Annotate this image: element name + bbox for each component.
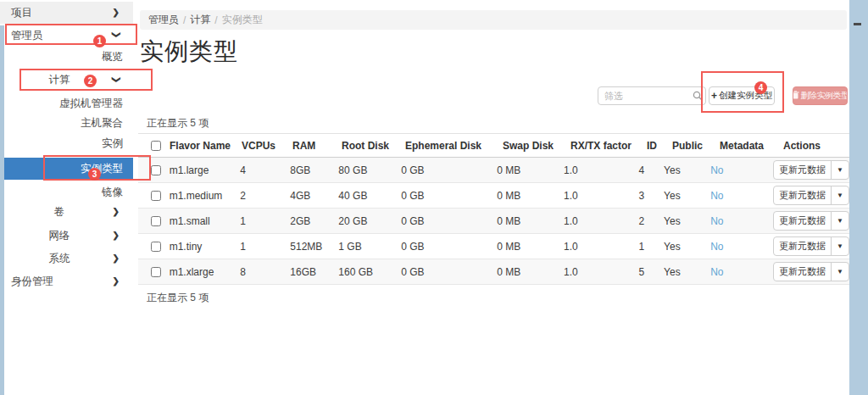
- row-checkbox[interactable]: [151, 165, 161, 175]
- table-row: m1.small 1 2GB 20 GB 0 GB 0 MB 1.0 2 Yes…: [138, 209, 849, 234]
- update-metadata-button[interactable]: 更新元数据: [774, 263, 832, 281]
- col-id: ID: [647, 140, 672, 152]
- sidebar-item-admin[interactable]: 管理员 ❯: [0, 25, 133, 46]
- table-row: m1.xlarge 8 16GB 160 GB 0 GB 0 MB 1.0 5 …: [138, 259, 849, 285]
- sidebar-item-network[interactable]: 网络 ❯: [0, 227, 133, 244]
- row-action-split-button: 更新元数据 ▼: [773, 262, 849, 281]
- metadata-link[interactable]: No: [710, 215, 723, 227]
- sidebar-item-label: 网络: [0, 229, 119, 243]
- ram-cell: 8GB: [290, 164, 338, 176]
- swap-disk-cell: 0 MB: [497, 190, 564, 202]
- chevron-right-icon: ❯: [113, 231, 120, 240]
- row-checkbox[interactable]: [151, 216, 161, 226]
- ephemeral-disk-cell: 0 GB: [401, 266, 497, 278]
- sidebar-item-project[interactable]: 项目 ❯: [0, 2, 133, 24]
- flavor-name-cell: m1.large: [170, 164, 241, 176]
- col-swap-disk: Swap Disk: [503, 140, 570, 152]
- sidebar-item-label: 主机聚合: [0, 116, 133, 131]
- sidebar-item-images[interactable]: 镜像: [0, 184, 133, 201]
- vcpus-cell: 4: [240, 164, 290, 176]
- metadata-link[interactable]: No: [710, 241, 723, 253]
- create-flavor-label: 创建实例类型: [719, 90, 772, 102]
- create-flavor-button[interactable]: + 创建实例类型: [709, 86, 775, 105]
- root-disk-cell: 20 GB: [338, 215, 401, 227]
- update-metadata-button[interactable]: 更新元数据: [774, 212, 832, 230]
- sidebar-item-volumes[interactable]: 卷 ❯: [0, 203, 133, 220]
- public-cell: Yes: [664, 241, 710, 253]
- sidebar-item-label: 实例类型: [0, 162, 133, 176]
- public-cell: Yes: [664, 266, 710, 278]
- metadata-link[interactable]: No: [710, 190, 723, 202]
- sidebar-item-label: 项目: [0, 6, 32, 20]
- sidebar-item-label: 实例: [0, 136, 133, 151]
- breadcrumb-separator: /: [183, 14, 186, 26]
- filter-input[interactable]: [598, 88, 690, 103]
- sidebar-item-label: 卷: [0, 205, 119, 220]
- update-metadata-button[interactable]: 更新元数据: [774, 161, 832, 179]
- ephemeral-disk-cell: 0 GB: [401, 241, 497, 253]
- items-count-bottom: 正在显示 5 项: [147, 291, 209, 305]
- metadata-link[interactable]: No: [710, 164, 723, 176]
- sidebar-item-hypervisors[interactable]: 虚拟机管理器: [0, 95, 133, 112]
- rxtx-factor-cell: 1.0: [564, 164, 639, 176]
- sidebar-item-compute[interactable]: 计算 ❯: [0, 70, 133, 91]
- search-icon[interactable]: [690, 91, 705, 101]
- row-checkbox[interactable]: [151, 267, 161, 277]
- ram-cell: 16GB: [290, 266, 338, 278]
- row-checkbox[interactable]: [151, 191, 161, 201]
- rxtx-factor-cell: 1.0: [564, 215, 639, 227]
- row-action-split-button: 更新元数据 ▼: [773, 160, 849, 180]
- row-checkbox[interactable]: [151, 242, 161, 252]
- update-metadata-button[interactable]: 更新元数据: [774, 237, 832, 255]
- trash-icon: [793, 91, 799, 101]
- caret-down-icon[interactable]: ▼: [832, 263, 849, 281]
- select-all-checkbox[interactable]: [151, 141, 161, 151]
- root-disk-cell: 40 GB: [338, 190, 401, 202]
- sidebar-item-host-aggregates[interactable]: 主机聚合: [0, 114, 133, 131]
- col-actions: Actions: [783, 140, 849, 152]
- caret-down-icon[interactable]: ▼: [832, 186, 849, 204]
- id-cell: 2: [639, 215, 665, 227]
- rxtx-factor-cell: 1.0: [564, 190, 639, 202]
- sidebar-item-label: 概览: [0, 50, 133, 64]
- id-cell: 1: [639, 241, 665, 253]
- sidebar-item-label: 系统: [0, 252, 119, 266]
- caret-down-icon[interactable]: ▼: [832, 212, 849, 230]
- caret-down-icon[interactable]: ▼: [832, 237, 849, 255]
- swap-disk-cell: 0 MB: [497, 215, 564, 227]
- sidebar-item-instances[interactable]: 实例: [0, 135, 133, 152]
- sidebar-item-system[interactable]: 系统 ❯: [0, 250, 133, 267]
- root-disk-cell: 160 GB: [338, 266, 401, 278]
- col-vcpus: VCPUs: [242, 140, 292, 152]
- table-row: m1.tiny 1 512MB 1 GB 0 GB 0 MB 1.0 1 Yes…: [138, 234, 849, 259]
- root-disk-cell: 80 GB: [338, 164, 401, 176]
- sidebar-item-label: 身份管理: [0, 275, 53, 289]
- root-disk-cell: 1 GB: [338, 241, 401, 253]
- sidebar-item-overview[interactable]: 概览: [0, 48, 133, 65]
- col-ephemeral-disk: Ephemeral Disk: [405, 140, 503, 152]
- left-edge-strip: [0, 25, 4, 395]
- sidebar-item-flavors-selected[interactable]: 实例类型: [0, 158, 133, 180]
- delete-flavor-button[interactable]: 删除实例类型: [793, 86, 848, 105]
- metadata-link[interactable]: No: [710, 266, 723, 278]
- caret-down-icon[interactable]: ▼: [832, 161, 849, 179]
- ram-cell: 512MB: [290, 241, 338, 253]
- flavor-name-cell: m1.tiny: [170, 241, 241, 253]
- id-cell: 5: [639, 266, 665, 278]
- public-cell: Yes: [664, 190, 710, 202]
- chevron-right-icon: ❯: [113, 277, 120, 286]
- breadcrumb-compute[interactable]: 计算: [190, 13, 210, 27]
- ephemeral-disk-cell: 0 GB: [401, 190, 497, 202]
- update-metadata-button[interactable]: 更新元数据: [774, 186, 832, 204]
- vcpus-cell: 2: [240, 190, 290, 202]
- right-scrollbar-strip[interactable]: [849, 0, 868, 395]
- sidebar-item-label: 虚拟机管理器: [0, 97, 133, 111]
- ram-cell: 4GB: [290, 190, 338, 202]
- breadcrumb-admin[interactable]: 管理员: [148, 13, 179, 27]
- sidebar-item-identity[interactable]: 身份管理 ❯: [0, 273, 133, 290]
- main-content: 管理员 / 计算 / 实例类型 实例类型 + 创建实例类型 删除实例类型 正在显…: [138, 0, 849, 395]
- swap-disk-cell: 0 MB: [497, 241, 564, 253]
- vcpus-cell: 1: [240, 215, 290, 227]
- chevron-right-icon: ❯: [113, 208, 120, 216]
- table-row: m1.medium 2 4GB 40 GB 0 GB 0 MB 1.0 3 Ye…: [138, 183, 849, 209]
